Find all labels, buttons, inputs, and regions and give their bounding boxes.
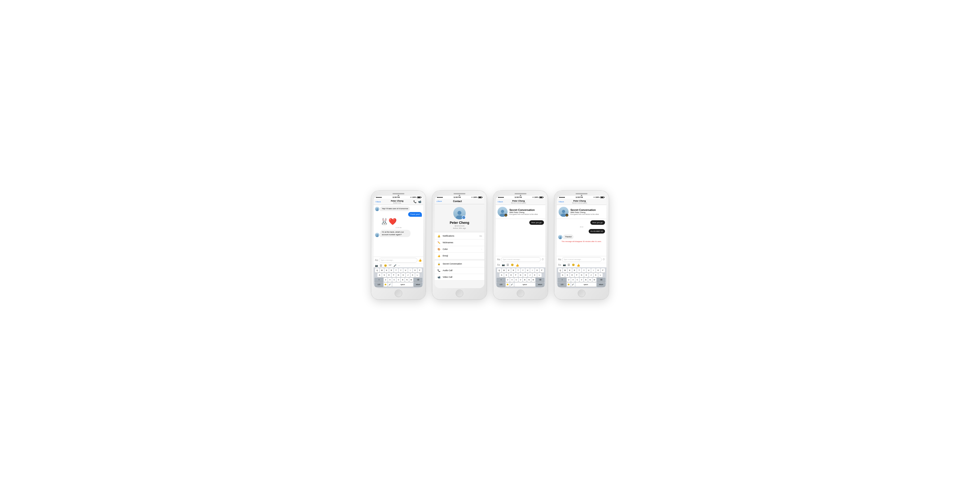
key-v3[interactable]: V	[519, 278, 522, 282]
key-h4[interactable]: H	[584, 273, 589, 277]
key-space[interactable]: space	[392, 282, 413, 287]
like-icon-4[interactable]: 👍	[577, 263, 580, 267]
key-j[interactable]: J	[406, 273, 410, 277]
key-delete[interactable]: ⌫	[414, 278, 422, 282]
key-f3[interactable]: F	[514, 273, 518, 277]
emoji-icon-1[interactable]: 😊	[384, 264, 387, 267]
key-w[interactable]: W	[380, 268, 384, 273]
like-icon-3[interactable]: 👍	[515, 263, 519, 267]
mic-icon-1[interactable]: 🎤	[393, 264, 396, 267]
font-icon-4b[interactable]: Aa	[558, 263, 561, 267]
more-icon-1[interactable]: ···	[398, 264, 400, 267]
image-icon-4[interactable]: 🖼	[568, 263, 570, 267]
key-b4[interactable]: B	[584, 278, 588, 282]
key-emoji4[interactable]: 🙂	[567, 282, 571, 287]
key-k4[interactable]: K	[593, 273, 598, 277]
key-f[interactable]: F	[391, 273, 396, 277]
key-p4[interactable]: P	[601, 268, 605, 273]
key-y3[interactable]: Y	[521, 268, 525, 273]
key-delete4[interactable]: ⌫	[597, 278, 605, 282]
key-emoji3[interactable]: 🙂	[506, 282, 510, 287]
key-y[interactable]: Y	[399, 268, 403, 273]
key-a3[interactable]: A	[500, 273, 504, 277]
video-icon-1[interactable]: 📹	[418, 200, 422, 203]
call-icon-1[interactable]: 📞	[413, 200, 417, 203]
key-m4[interactable]: M	[592, 278, 596, 282]
key-shift4[interactable]: ⇧	[558, 278, 566, 282]
key-p[interactable]: P	[418, 268, 422, 273]
key-u4[interactable]: U	[587, 268, 591, 273]
key-p3[interactable]: P	[540, 268, 544, 273]
key-shift[interactable]: ⇧	[375, 278, 383, 282]
key-x[interactable]: X	[388, 278, 392, 282]
key-e[interactable]: E	[385, 268, 389, 273]
key-l4[interactable]: L	[598, 273, 603, 277]
key-b3[interactable]: B	[523, 278, 527, 282]
back-button-4[interactable]: ‹ Back	[558, 200, 564, 203]
key-q3[interactable]: Q	[497, 268, 501, 273]
like-icon-1[interactable]: 👍	[418, 258, 422, 262]
font-icon-3[interactable]: Aa	[497, 258, 500, 261]
home-button-3[interactable]	[517, 290, 524, 297]
key-a4[interactable]: A	[560, 273, 565, 277]
key-w4[interactable]: W	[563, 268, 567, 273]
key-i[interactable]: I	[408, 268, 412, 273]
key-s3[interactable]: S	[504, 273, 509, 277]
timer-icon-3[interactable]: ⏱	[542, 258, 544, 261]
key-t[interactable]: T	[394, 268, 398, 273]
font-icon-4[interactable]: Aa	[558, 258, 561, 261]
font-icon-3b[interactable]: Aa	[497, 263, 500, 267]
key-n3[interactable]: N	[527, 278, 531, 282]
key-c4[interactable]: C	[576, 278, 579, 282]
back-button-1[interactable]: ‹ Back	[375, 200, 381, 203]
menu-emoji[interactable]: 👍 Emoji	[434, 253, 484, 259]
key-123-3[interactable]: 123	[496, 282, 505, 287]
key-123[interactable]: 123	[375, 282, 383, 287]
key-space3[interactable]: space	[514, 282, 535, 287]
key-u[interactable]: U	[403, 268, 408, 273]
key-n[interactable]: N	[405, 278, 409, 282]
key-g[interactable]: G	[396, 273, 401, 277]
key-z4[interactable]: Z	[567, 278, 571, 282]
key-mic[interactable]: 🎤	[388, 282, 392, 287]
key-b[interactable]: B	[401, 278, 404, 282]
key-z3[interactable]: Z	[506, 278, 510, 282]
emoji-icon-4[interactable]: 😊	[572, 263, 575, 267]
font-icon-1[interactable]: Aa	[375, 259, 378, 262]
key-c3[interactable]: C	[514, 278, 518, 282]
camera-icon-1[interactable]: 📷	[375, 264, 378, 267]
key-j3[interactable]: J	[528, 273, 532, 277]
key-z[interactable]: Z	[384, 278, 388, 282]
back-button-3[interactable]: ‹ Back	[498, 200, 503, 203]
key-v4[interactable]: V	[580, 278, 584, 282]
key-i3[interactable]: I	[530, 268, 535, 273]
back-button-2[interactable]: ‹ Back	[436, 200, 442, 203]
message-input-3[interactable]: Type a secret message...	[501, 257, 541, 262]
key-v[interactable]: V	[396, 278, 400, 282]
key-y4[interactable]: Y	[582, 268, 586, 273]
key-x3[interactable]: X	[510, 278, 514, 282]
key-mic4[interactable]: 🎤	[571, 282, 575, 287]
key-i4[interactable]: I	[591, 268, 595, 273]
key-m[interactable]: M	[409, 278, 413, 282]
menu-nicknames[interactable]: ✏️ Nicknames	[434, 239, 484, 246]
image-icon-1[interactable]: 🖼	[380, 264, 382, 267]
key-shift3[interactable]: ⇧	[496, 278, 505, 282]
key-k[interactable]: K	[410, 273, 415, 277]
key-f4[interactable]: F	[575, 273, 579, 277]
image-icon-3[interactable]: 🖼	[507, 263, 509, 267]
home-button-4[interactable]	[578, 290, 585, 297]
key-s[interactable]: S	[382, 273, 387, 277]
key-w3[interactable]: W	[502, 268, 506, 273]
key-e4[interactable]: E	[568, 268, 572, 273]
key-123-4[interactable]: 123	[558, 282, 566, 287]
key-j4[interactable]: J	[589, 273, 593, 277]
menu-color[interactable]: 🎨 Color ›	[434, 246, 484, 253]
timer-icon-4[interactable]: ⏱	[603, 258, 605, 261]
key-d[interactable]: D	[387, 273, 391, 277]
key-o[interactable]: O	[413, 268, 417, 273]
key-r3[interactable]: R	[511, 268, 515, 273]
key-q4[interactable]: Q	[558, 268, 562, 273]
emoji-icon-3[interactable]: 😊	[511, 263, 514, 267]
key-mic3[interactable]: 🎤	[510, 282, 514, 287]
